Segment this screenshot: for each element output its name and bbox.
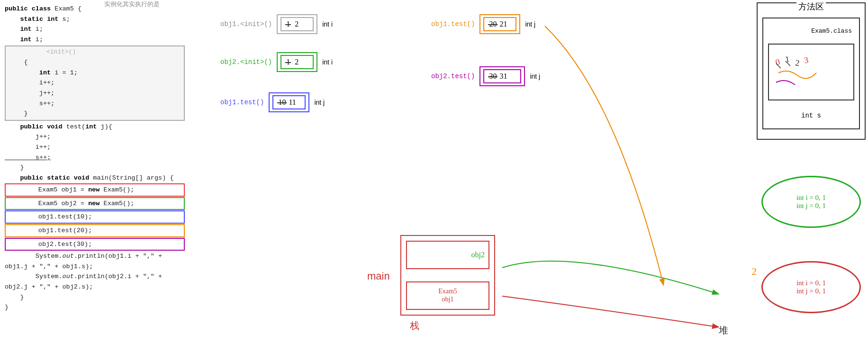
stack-obj1-slot: Exam5obj1 xyxy=(406,281,489,310)
test-j-inc: j++; xyxy=(5,132,185,142)
method-sketch-svg: 0 1 2 3 xyxy=(769,45,853,100)
stack-area: obj2 Exam5obj1 栈 main xyxy=(400,235,519,316)
method-int-s: int s xyxy=(801,112,821,119)
obj2-test-purple-field: int j xyxy=(530,72,540,80)
obj2-init-outer-box: 1 2 xyxy=(277,52,317,72)
obj1-test-blue-label: obj1.test() xyxy=(220,99,264,106)
obj1-test-orange-outer-box: 20 21 xyxy=(479,14,520,34)
static-field: static int s; xyxy=(5,14,185,25)
obj1-init-label: obj1.<init>() xyxy=(220,20,272,28)
obj2-init-frame: obj2.<init>() 1 2 int i xyxy=(220,52,333,72)
obj1-init-outer-box: 1 2 xyxy=(277,14,317,34)
obj2-init-inner-box: 1 2 xyxy=(280,55,314,69)
field-i: int i; xyxy=(5,24,185,35)
main-close: } xyxy=(5,292,185,303)
svg-text:3: 3 xyxy=(804,55,809,65)
diagram-area: obj1.<init>() 1 2 int i obj2.<init>() 1 … xyxy=(190,0,868,344)
stack-container: obj2 Exam5obj1 xyxy=(400,235,495,316)
block-int-i: int i = 1; xyxy=(9,68,181,78)
stack-title: 栈 xyxy=(410,319,419,332)
obj2-test-purple-frame: obj2.test() 30 31 int j xyxy=(431,66,540,86)
stack-obj2-slot: obj2 xyxy=(406,241,489,269)
svg-text:0: 0 xyxy=(774,57,781,67)
block-open: { xyxy=(9,57,181,68)
obj1-test20-line: obj1.test(20); xyxy=(5,224,185,237)
heap-red-circle: int i = 0, 1 int j = 0, 1 xyxy=(761,261,861,313)
obj1-init-frame: obj1.<init>() 1 2 int i xyxy=(220,14,333,34)
obj1-init-val1: 1 xyxy=(286,20,290,28)
obj1-test-blue-field: int j xyxy=(314,99,325,106)
obj1-test-orange-field: int j xyxy=(525,20,535,28)
block-j-inc: j++; xyxy=(9,88,181,99)
obj2-creation-line: Exam5 obj2 = new Exam5(); xyxy=(5,197,185,210)
test-s-inc: s++; xyxy=(5,153,185,163)
obj1-test-orange-label: obj1.test() xyxy=(431,20,475,28)
class-close: } xyxy=(5,302,185,313)
main-label: main xyxy=(367,270,390,282)
obj1-test-blue-outer-box: 10 11 xyxy=(269,92,309,112)
instance-block: 实例化其实执行的是 <init>() { int i = 1; i++; j++… xyxy=(5,45,185,120)
test-i-inc: i++; xyxy=(5,142,185,153)
obj2-init-label: obj2.<init>() xyxy=(220,58,272,66)
block-comment: 实例化其实执行的是 xyxy=(104,0,199,10)
method-area-title: 方法区 xyxy=(796,1,826,12)
field-j: int i; xyxy=(5,35,185,45)
obj1-init-field: int i xyxy=(322,20,333,28)
obj1-test-blue-inner-box: 10 11 xyxy=(272,95,306,109)
obj2-test-purple-val1: 30 xyxy=(489,72,497,81)
obj1-creation-line: Exam5 obj1 = new Exam5(); xyxy=(5,183,185,197)
obj1-test-orange-val1: 20 xyxy=(489,20,497,28)
obj1-test-orange-frame: obj1.test() 20 21 int j xyxy=(431,14,535,34)
println2-line: System.out.println(obj2.i + "," + obj2.j… xyxy=(5,272,185,292)
block-close: } xyxy=(9,109,181,119)
heap-green-circle: int i = 0, 1 int j = 0, 1 xyxy=(761,176,861,228)
method-area-box: 方法区 Exam5.class 0 1 2 3 int s xyxy=(757,2,866,140)
obj2-test-purple-inner-box: 30 31 xyxy=(483,69,521,83)
println1-line: System.out.println(obj1.i + "," + obj1.j… xyxy=(5,251,185,272)
obj2-test30-line: obj2.test(30); xyxy=(5,238,185,251)
obj2-init-val1: 1 xyxy=(286,58,290,66)
obj2-test-purple-label: obj2.test() xyxy=(431,72,475,80)
heap-title: 堆 xyxy=(719,324,728,337)
method-class-label: Exam5.class xyxy=(768,27,854,35)
code-panel: public class Exam5 { static int s; int i… xyxy=(0,0,190,344)
heap-green-line2: int j = 0, 1 xyxy=(796,202,826,210)
init-comment: <init>() xyxy=(46,47,181,57)
heap-red-line2: int j = 0, 1 xyxy=(796,287,826,295)
obj2-init-field: int i xyxy=(322,58,333,66)
svg-text:2: 2 xyxy=(795,58,800,68)
heap-orange-annotation: 2 xyxy=(751,265,757,278)
block-s-inc: s++; xyxy=(9,99,181,109)
method-area-inner: Exam5.class 0 1 2 3 int s xyxy=(762,18,860,129)
obj1-test10-line: obj1.test(10); xyxy=(5,210,185,224)
test-close: } xyxy=(5,163,185,173)
block-i-inc: i++; xyxy=(9,78,181,88)
heap-area: int i = 0, 1 int j = 0, 1 int i = 0, 1 i… xyxy=(695,173,866,339)
obj1-stack-label: Exam5obj1 xyxy=(438,288,457,304)
obj1-test-val1: 10 xyxy=(278,98,286,107)
main-method-header: public static void main(String[] args) { xyxy=(5,173,185,183)
heap-green-line1: int i = 0, 1 xyxy=(796,194,826,202)
obj1-test-blue-frame: obj1.test() 10 11 int j xyxy=(220,92,325,112)
method-sketch: 0 1 2 3 xyxy=(768,44,854,100)
heap-red-line1: int i = 0, 1 xyxy=(796,279,826,287)
obj1-test-orange-inner-box: 20 21 xyxy=(483,17,516,31)
obj2-stack-label: obj2 xyxy=(471,251,485,259)
obj2-test-purple-outer-box: 30 31 xyxy=(479,66,525,86)
test-method-header: public void test(int j){ xyxy=(5,122,185,132)
obj1-init-inner-box: 1 2 xyxy=(280,17,314,31)
